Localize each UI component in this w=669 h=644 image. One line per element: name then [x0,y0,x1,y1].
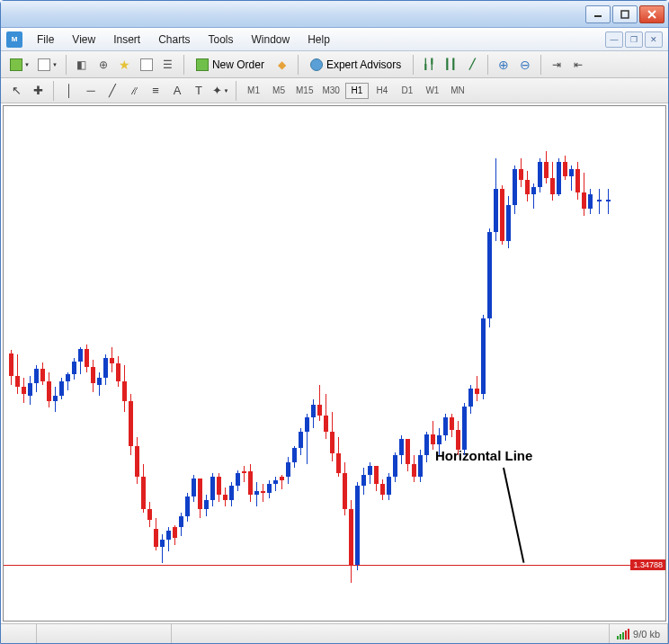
connection-bars-icon [617,629,629,640]
svg-rect-1 [621,11,629,18]
channel-tool[interactable]: ⫽ [124,82,144,100]
status-cell-1 [1,624,37,643]
crosshair-icon: ✚ [33,84,43,97]
textlabel-tool[interactable]: T [189,82,209,100]
window-icon: ◧ [76,58,86,71]
arrows-icon: ✦ [212,84,222,97]
menu-view[interactable]: View [63,31,104,49]
horizontal-line[interactable] [4,565,665,566]
connection-status[interactable]: 9/0 kb [610,624,668,643]
line-icon: ╱ [469,58,476,70]
tf-m30[interactable]: M30 [318,83,343,99]
zoom-out-icon: ⊖ [520,58,531,72]
list-icon: ☰ [163,58,173,71]
target-icon: ⊕ [99,58,108,71]
expert-advisors-label: Expert Advisors [326,58,401,71]
status-spacer [172,624,610,643]
candles-icon: ┃┃ [444,58,457,70]
navigator-button[interactable]: ⊕ [94,55,113,75]
plus-icon [10,58,22,71]
trendline-tool[interactable]: ╱ [103,82,122,100]
new-order-label: New Order [212,58,264,71]
window-close-button[interactable] [639,5,665,23]
menu-window[interactable]: Window [243,31,299,49]
connection-label: 9/0 kb [633,629,660,640]
tf-h4[interactable]: H4 [370,83,394,99]
channel-icon: ⫽ [129,84,140,97]
menu-file[interactable]: File [28,31,63,49]
tf-mn[interactable]: MN [446,83,469,99]
chart-shift-button[interactable]: ⇤ [568,55,588,75]
shift-icon: ⇤ [574,58,583,71]
trendline-icon: ╱ [109,84,116,97]
app-window: M File View Insert Charts Tools Window H… [0,0,669,644]
document-icon [38,58,50,71]
new-chart-button[interactable]: ▼ [6,55,32,75]
annotation-text: Horizontal Line [435,448,532,463]
app-icon: M [6,31,22,48]
window-minimize-button[interactable] [585,5,611,23]
mdi-close-button[interactable]: ✕ [645,31,663,48]
textlabel-icon: T [195,84,202,97]
titlebar [1,1,668,28]
fibonacci-tool[interactable]: ≡ [146,82,165,100]
mdi-restore-button[interactable]: ❐ [625,31,643,48]
window-maximize-button[interactable] [612,5,638,23]
text-tool[interactable]: A [167,82,187,100]
order-icon [196,58,209,71]
annotation-pointer [503,468,524,563]
expert-advisors-button[interactable]: Expert Advisors [304,55,407,75]
menu-tools[interactable]: Tools [200,31,243,49]
profiles-button[interactable]: ▼ [34,55,60,75]
tf-m1[interactable]: M1 [242,83,265,99]
chart-line-button[interactable]: ╱ [462,55,482,75]
tf-m5[interactable]: M5 [267,83,290,99]
strategy-tester-button[interactable]: ☰ [158,55,178,75]
cursor-tool[interactable]: ↖ [6,82,26,100]
bars-icon: ╽╿ [423,58,435,70]
status-cell-2 [37,624,172,643]
page-icon [140,58,153,71]
menu-help[interactable]: Help [299,31,339,49]
tf-m15[interactable]: M15 [292,83,317,99]
vline-icon: │ [66,84,73,97]
horizontal-line-tool[interactable]: ─ [81,82,101,100]
metaeditor-button[interactable]: ◆ [272,55,292,75]
zoom-out-button[interactable]: ⊖ [515,55,535,75]
fib-icon: ≡ [152,84,159,97]
horizontal-line-price: 1.34788 [630,559,665,570]
tf-w1[interactable]: W1 [421,83,444,99]
crosshair-tool[interactable]: ✚ [28,82,48,100]
menu-charts[interactable]: Charts [149,31,199,49]
hline-icon: ─ [86,84,94,97]
vertical-line-tool[interactable]: │ [59,82,79,100]
chart-area[interactable]: 1.34788 Horizontal Line [3,105,666,622]
star-icon: ★ [119,58,130,72]
diamond-icon: ◆ [278,58,286,71]
mdi-minimize-button[interactable]: — [605,31,623,48]
arrows-tool[interactable]: ✦▼ [210,82,230,100]
chart-bars-button[interactable]: ╽╿ [419,55,439,75]
chart-candles-button[interactable]: ┃┃ [441,55,460,75]
zoom-in-icon: ⊕ [498,58,509,72]
expert-icon [310,58,323,71]
autoscroll-icon: ⇥ [552,58,561,71]
autoscroll-button[interactable]: ⇥ [547,55,566,75]
cursor-icon: ↖ [12,84,22,97]
data-window-button[interactable] [137,55,156,75]
zoom-in-button[interactable]: ⊕ [494,55,513,75]
menubar: M File View Insert Charts Tools Window H… [1,28,668,51]
toolbar-secondary: ↖ ✚ │ ─ ╱ ⫽ ≡ A T ✦▼ M1 M5 M15 M30 H1 H4… [1,78,668,103]
toolbar-primary: ▼ ▼ ◧ ⊕ ★ ☰ New Order ◆ Expert Advisors … [1,51,668,78]
statusbar: 9/0 kb [1,623,668,643]
tf-h1[interactable]: H1 [345,83,369,99]
market-watch-button[interactable]: ◧ [72,55,92,75]
tf-d1[interactable]: D1 [396,83,419,99]
menu-insert[interactable]: Insert [104,31,149,49]
text-icon: A [174,84,182,97]
new-order-button[interactable]: New Order [190,55,271,75]
terminal-button[interactable]: ★ [115,55,135,75]
